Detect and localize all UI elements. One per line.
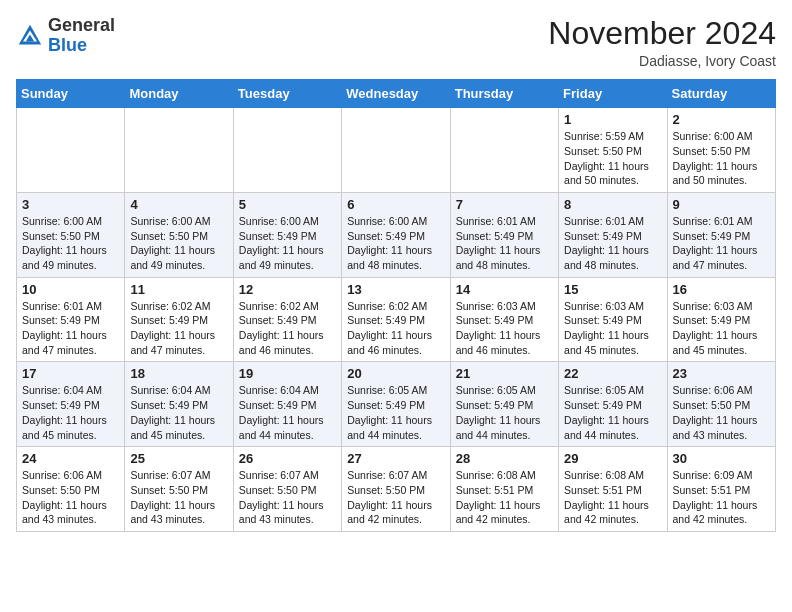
calendar-cell: 17Sunrise: 6:04 AM Sunset: 5:49 PM Dayli… [17, 362, 125, 447]
day-number: 26 [239, 451, 336, 466]
calendar-cell: 23Sunrise: 6:06 AM Sunset: 5:50 PM Dayli… [667, 362, 775, 447]
day-info: Sunrise: 6:04 AM Sunset: 5:49 PM Dayligh… [22, 383, 119, 442]
logo-general: General [48, 15, 115, 35]
calendar-cell: 25Sunrise: 6:07 AM Sunset: 5:50 PM Dayli… [125, 447, 233, 532]
day-info: Sunrise: 6:02 AM Sunset: 5:49 PM Dayligh… [239, 299, 336, 358]
day-of-week-header: Monday [125, 80, 233, 108]
calendar-cell [342, 108, 450, 193]
calendar-week-row: 24Sunrise: 6:06 AM Sunset: 5:50 PM Dayli… [17, 447, 776, 532]
day-number: 29 [564, 451, 661, 466]
calendar-cell: 26Sunrise: 6:07 AM Sunset: 5:50 PM Dayli… [233, 447, 341, 532]
calendar-cell: 9Sunrise: 6:01 AM Sunset: 5:49 PM Daylig… [667, 192, 775, 277]
day-info: Sunrise: 6:05 AM Sunset: 5:49 PM Dayligh… [456, 383, 553, 442]
calendar-cell: 22Sunrise: 6:05 AM Sunset: 5:49 PM Dayli… [559, 362, 667, 447]
calendar-cell: 21Sunrise: 6:05 AM Sunset: 5:49 PM Dayli… [450, 362, 558, 447]
calendar-week-row: 10Sunrise: 6:01 AM Sunset: 5:49 PM Dayli… [17, 277, 776, 362]
day-number: 7 [456, 197, 553, 212]
calendar-cell: 7Sunrise: 6:01 AM Sunset: 5:49 PM Daylig… [450, 192, 558, 277]
day-number: 18 [130, 366, 227, 381]
day-of-week-header: Sunday [17, 80, 125, 108]
calendar-week-row: 17Sunrise: 6:04 AM Sunset: 5:49 PM Dayli… [17, 362, 776, 447]
calendar-cell: 11Sunrise: 6:02 AM Sunset: 5:49 PM Dayli… [125, 277, 233, 362]
day-info: Sunrise: 6:01 AM Sunset: 5:49 PM Dayligh… [564, 214, 661, 273]
day-info: Sunrise: 6:03 AM Sunset: 5:49 PM Dayligh… [564, 299, 661, 358]
day-info: Sunrise: 6:09 AM Sunset: 5:51 PM Dayligh… [673, 468, 770, 527]
calendar-cell [125, 108, 233, 193]
day-number: 6 [347, 197, 444, 212]
day-info: Sunrise: 6:00 AM Sunset: 5:49 PM Dayligh… [239, 214, 336, 273]
header-row: SundayMondayTuesdayWednesdayThursdayFrid… [17, 80, 776, 108]
day-of-week-header: Friday [559, 80, 667, 108]
day-info: Sunrise: 6:07 AM Sunset: 5:50 PM Dayligh… [239, 468, 336, 527]
day-info: Sunrise: 6:03 AM Sunset: 5:49 PM Dayligh… [673, 299, 770, 358]
calendar-cell: 8Sunrise: 6:01 AM Sunset: 5:49 PM Daylig… [559, 192, 667, 277]
day-info: Sunrise: 6:02 AM Sunset: 5:49 PM Dayligh… [347, 299, 444, 358]
day-number: 19 [239, 366, 336, 381]
calendar-cell: 20Sunrise: 6:05 AM Sunset: 5:49 PM Dayli… [342, 362, 450, 447]
day-number: 12 [239, 282, 336, 297]
calendar-cell: 5Sunrise: 6:00 AM Sunset: 5:49 PM Daylig… [233, 192, 341, 277]
calendar-cell: 12Sunrise: 6:02 AM Sunset: 5:49 PM Dayli… [233, 277, 341, 362]
day-number: 5 [239, 197, 336, 212]
calendar-cell: 29Sunrise: 6:08 AM Sunset: 5:51 PM Dayli… [559, 447, 667, 532]
day-number: 22 [564, 366, 661, 381]
day-number: 2 [673, 112, 770, 127]
day-info: Sunrise: 6:01 AM Sunset: 5:49 PM Dayligh… [456, 214, 553, 273]
header: General Blue November 2024 Dadiasse, Ivo… [16, 16, 776, 69]
day-info: Sunrise: 6:02 AM Sunset: 5:49 PM Dayligh… [130, 299, 227, 358]
day-info: Sunrise: 6:07 AM Sunset: 5:50 PM Dayligh… [347, 468, 444, 527]
logo: General Blue [16, 16, 115, 56]
calendar-cell [233, 108, 341, 193]
day-number: 23 [673, 366, 770, 381]
day-number: 10 [22, 282, 119, 297]
calendar-cell: 16Sunrise: 6:03 AM Sunset: 5:49 PM Dayli… [667, 277, 775, 362]
calendar-cell: 14Sunrise: 6:03 AM Sunset: 5:49 PM Dayli… [450, 277, 558, 362]
day-info: Sunrise: 6:05 AM Sunset: 5:49 PM Dayligh… [564, 383, 661, 442]
day-number: 24 [22, 451, 119, 466]
logo-blue: Blue [48, 35, 87, 55]
day-info: Sunrise: 6:03 AM Sunset: 5:49 PM Dayligh… [456, 299, 553, 358]
calendar-cell: 13Sunrise: 6:02 AM Sunset: 5:49 PM Dayli… [342, 277, 450, 362]
logo-icon [16, 22, 44, 50]
calendar-cell: 3Sunrise: 6:00 AM Sunset: 5:50 PM Daylig… [17, 192, 125, 277]
calendar-week-row: 3Sunrise: 6:00 AM Sunset: 5:50 PM Daylig… [17, 192, 776, 277]
calendar-cell: 24Sunrise: 6:06 AM Sunset: 5:50 PM Dayli… [17, 447, 125, 532]
day-info: Sunrise: 6:06 AM Sunset: 5:50 PM Dayligh… [673, 383, 770, 442]
day-info: Sunrise: 6:00 AM Sunset: 5:50 PM Dayligh… [130, 214, 227, 273]
day-of-week-header: Saturday [667, 80, 775, 108]
day-info: Sunrise: 6:00 AM Sunset: 5:49 PM Dayligh… [347, 214, 444, 273]
day-number: 4 [130, 197, 227, 212]
day-info: Sunrise: 6:06 AM Sunset: 5:50 PM Dayligh… [22, 468, 119, 527]
day-info: Sunrise: 6:08 AM Sunset: 5:51 PM Dayligh… [456, 468, 553, 527]
day-info: Sunrise: 5:59 AM Sunset: 5:50 PM Dayligh… [564, 129, 661, 188]
day-info: Sunrise: 6:00 AM Sunset: 5:50 PM Dayligh… [22, 214, 119, 273]
location: Dadiasse, Ivory Coast [548, 53, 776, 69]
day-info: Sunrise: 6:08 AM Sunset: 5:51 PM Dayligh… [564, 468, 661, 527]
day-info: Sunrise: 6:07 AM Sunset: 5:50 PM Dayligh… [130, 468, 227, 527]
day-of-week-header: Thursday [450, 80, 558, 108]
day-number: 1 [564, 112, 661, 127]
day-number: 16 [673, 282, 770, 297]
calendar-cell: 1Sunrise: 5:59 AM Sunset: 5:50 PM Daylig… [559, 108, 667, 193]
day-number: 20 [347, 366, 444, 381]
calendar-cell: 4Sunrise: 6:00 AM Sunset: 5:50 PM Daylig… [125, 192, 233, 277]
title-block: November 2024 Dadiasse, Ivory Coast [548, 16, 776, 69]
day-info: Sunrise: 6:04 AM Sunset: 5:49 PM Dayligh… [130, 383, 227, 442]
day-info: Sunrise: 6:05 AM Sunset: 5:49 PM Dayligh… [347, 383, 444, 442]
day-of-week-header: Wednesday [342, 80, 450, 108]
calendar-cell: 2Sunrise: 6:00 AM Sunset: 5:50 PM Daylig… [667, 108, 775, 193]
calendar-cell: 19Sunrise: 6:04 AM Sunset: 5:49 PM Dayli… [233, 362, 341, 447]
calendar-cell: 28Sunrise: 6:08 AM Sunset: 5:51 PM Dayli… [450, 447, 558, 532]
day-number: 14 [456, 282, 553, 297]
day-number: 3 [22, 197, 119, 212]
day-number: 21 [456, 366, 553, 381]
logo-text: General Blue [48, 16, 115, 56]
day-info: Sunrise: 6:00 AM Sunset: 5:50 PM Dayligh… [673, 129, 770, 188]
calendar-cell: 10Sunrise: 6:01 AM Sunset: 5:49 PM Dayli… [17, 277, 125, 362]
calendar-week-row: 1Sunrise: 5:59 AM Sunset: 5:50 PM Daylig… [17, 108, 776, 193]
day-number: 11 [130, 282, 227, 297]
day-info: Sunrise: 6:01 AM Sunset: 5:49 PM Dayligh… [673, 214, 770, 273]
day-number: 17 [22, 366, 119, 381]
calendar-cell: 6Sunrise: 6:00 AM Sunset: 5:49 PM Daylig… [342, 192, 450, 277]
calendar-cell: 15Sunrise: 6:03 AM Sunset: 5:49 PM Dayli… [559, 277, 667, 362]
